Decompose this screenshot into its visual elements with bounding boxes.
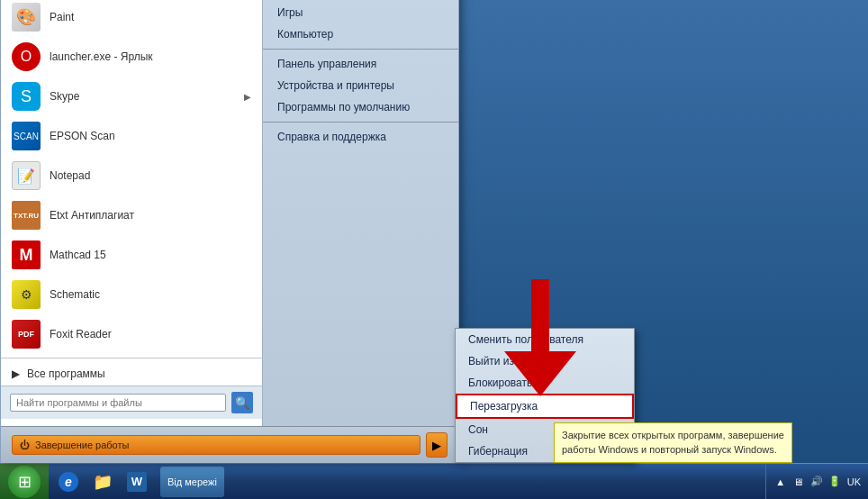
desktop: Admin VS Microsoft Visual Studio 2010 FM…: [0, 0, 868, 499]
opera-icon: O: [12, 42, 41, 71]
help-label: Справка и поддержка: [277, 131, 386, 143]
right-divider-2: [263, 122, 458, 122]
start-menu: Admin VS Microsoft Visual Studio 2010 FM…: [0, 0, 459, 463]
launcher-label: launcher.exe - Ярлык: [50, 50, 153, 63]
start-item-launcher[interactable]: O launcher.exe - Ярлык: [1, 37, 262, 77]
hibernate-label: Гибернация: [468, 445, 528, 458]
shutdown-button[interactable]: ⏻ Завершение работы: [12, 435, 420, 455]
network-tray-icon[interactable]: 🖥: [791, 475, 806, 489]
notepad-label: Notepad: [50, 169, 90, 182]
foxit-label: Foxit Reader: [50, 328, 112, 340]
taskbar-item-network-label: Від мережі: [167, 476, 217, 487]
skype-icon: S: [12, 82, 41, 111]
start-item-epson[interactable]: SCAN EPSON Scan: [1, 116, 262, 156]
shutdown-icon: ⏻: [20, 440, 30, 450]
restart-item[interactable]: Перезагрузка: [456, 394, 634, 419]
restart-tooltip-text: Закрытие всех открытых программ, заверше…: [562, 430, 784, 454]
schematic-icon: ⚙: [12, 280, 41, 309]
start-menu-bottom: ⏻ Завершение работы ▶: [1, 426, 458, 463]
tray-language: UK: [847, 476, 861, 487]
taskbar: ⊞ e 📁 W Від мережі ▲ 🖥 �: [0, 463, 868, 499]
taskbar-items: Від мережі: [157, 464, 765, 499]
computer-label: Компьютер: [277, 28, 333, 41]
notepad-icon: 📝: [12, 161, 41, 190]
system-tray: ▲ 🖥 🔊 🔋 UK: [765, 464, 868, 499]
search-button[interactable]: 🔍: [231, 392, 253, 413]
all-programs-label: Все программы: [27, 367, 105, 380]
shutdown-label: Завершение работы: [35, 440, 129, 450]
shutdown-arrow-button[interactable]: ▶: [426, 432, 448, 458]
lock-label: Блокировать: [468, 377, 532, 389]
tray-icons: ▲ 🖥 🔊 🔋: [773, 475, 842, 489]
folder-icon: 📁: [93, 472, 113, 492]
right-divider-1: [263, 49, 458, 50]
windows-logo: ⊞: [18, 472, 32, 492]
start-item-foxit[interactable]: PDF Foxit Reader: [1, 314, 262, 354]
divider-2: [1, 358, 262, 358]
all-programs-arrow: ▶: [12, 367, 20, 380]
battery-tray-icon[interactable]: 🔋: [827, 475, 842, 489]
logout-item[interactable]: Выйти из системы: [456, 350, 634, 372]
explorer-button[interactable]: 📁: [86, 467, 119, 497]
restart-tooltip: Закрытие всех открытых программ, заверше…: [554, 422, 792, 463]
sleep-label: Сон: [468, 423, 488, 436]
start-item-notepad[interactable]: 📝 Notepad: [1, 156, 262, 195]
games-label: Игры: [277, 6, 303, 19]
right-item-games[interactable]: Игры: [263, 2, 458, 23]
right-item-computer[interactable]: Компьютер: [263, 23, 458, 45]
search-input[interactable]: [10, 394, 226, 412]
sound-tray-icon[interactable]: 🔊: [809, 475, 824, 489]
logout-label: Выйти из системы: [468, 355, 560, 367]
control-panel-label: Панель управления: [277, 58, 376, 70]
skype-arrow: ▶: [244, 92, 251, 102]
right-item-help[interactable]: Справка и поддержка: [263, 126, 458, 148]
show-desktop-button[interactable]: e: [52, 467, 85, 497]
start-orb: ⊞: [8, 466, 41, 498]
start-item-etxt[interactable]: TXT.RU Etxt Антиплагиат: [1, 195, 262, 235]
taskbar-quick-launch: e 📁 W: [49, 464, 157, 499]
start-item-paint[interactable]: 🎨 Paint: [1, 0, 262, 37]
tray-icon-1[interactable]: ▲: [773, 475, 788, 489]
start-menu-left: VS Microsoft Visual Studio 2010 FM Footb…: [1, 0, 262, 426]
word-icon: W: [127, 472, 147, 492]
ie-icon: e: [59, 472, 78, 492]
word-button[interactable]: W: [121, 467, 153, 497]
start-item-skype[interactable]: S Skype ▶: [1, 77, 262, 116]
epson-label: EPSON Scan: [50, 130, 115, 142]
foxit-icon: PDF: [12, 320, 41, 349]
all-programs-item[interactable]: ▶ Все программы: [1, 362, 262, 386]
mathcad-label: Mathcad 15: [50, 249, 106, 261]
start-button[interactable]: ⊞: [0, 464, 49, 500]
shutdown-arrow-icon: ▶: [432, 439, 441, 452]
taskbar-item-network[interactable]: Від мережі: [160, 467, 224, 497]
start-item-mathcad[interactable]: M Mathcad 15: [1, 235, 262, 275]
schematic-label: Schematic: [50, 288, 100, 301]
etxt-label: Etxt Антиплагиат: [50, 209, 134, 222]
paint-icon: 🎨: [12, 3, 41, 32]
mathcad-icon: M: [12, 240, 41, 269]
paint-label: Paint: [50, 11, 74, 23]
switch-user-label: Сменить пользователя: [468, 333, 583, 346]
lock-item[interactable]: Блокировать: [456, 372, 634, 394]
start-menu-right: 👤 Admin Документы Изображения Музыка Игр…: [262, 0, 458, 426]
start-menu-body: VS Microsoft Visual Studio 2010 FM Footb…: [1, 0, 458, 426]
defaults-label: Программы по умолчанию: [277, 101, 410, 113]
right-item-defaults[interactable]: Программы по умолчанию: [263, 96, 458, 118]
start-item-schematic[interactable]: ⚙ Schematic: [1, 275, 262, 314]
epson-icon: SCAN: [12, 122, 41, 150]
devices-label: Устройства и принтеры: [277, 79, 394, 92]
skype-label: Skype: [50, 90, 79, 103]
start-search-bar: 🔍: [1, 386, 262, 419]
right-item-devices[interactable]: Устройства и принтеры: [263, 75, 458, 96]
restart-label: Перезагрузка: [470, 400, 538, 413]
etxt-icon: TXT.RU: [12, 201, 41, 230]
switch-user-item[interactable]: Сменить пользователя: [456, 329, 634, 350]
right-item-control-panel[interactable]: Панель управления: [263, 53, 458, 75]
